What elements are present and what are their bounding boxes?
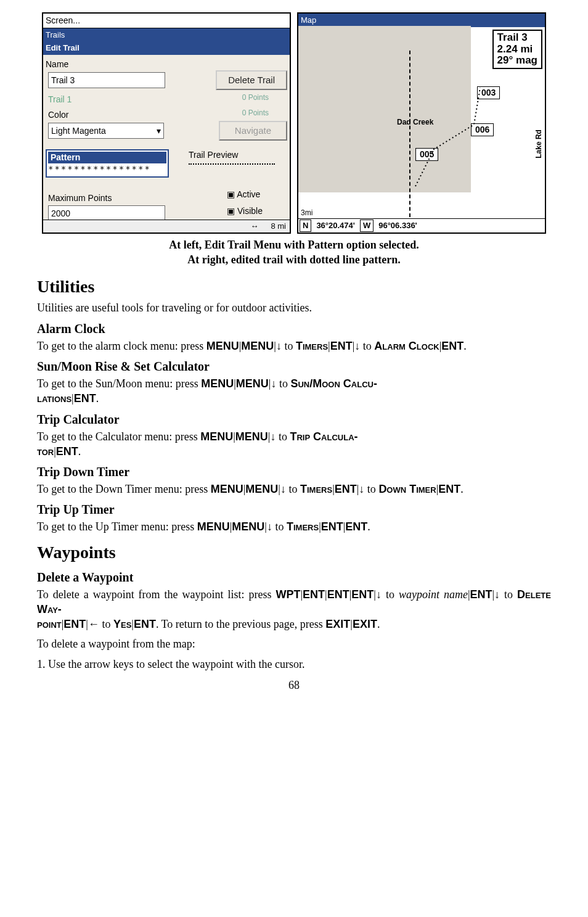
trip-up-heading: Trip Up Timer: [37, 501, 551, 518]
navigate-button[interactable]: Navigate: [219, 121, 287, 141]
edit-trail-panel: Screen... Trails Edit Trail Name Trail 3…: [42, 12, 291, 234]
page-number: 68: [37, 678, 551, 693]
figure-caption: At left, Edit Trail Menu with Pattern op…: [37, 237, 551, 268]
pattern-label: Pattern: [48, 152, 166, 163]
sunmoon-heading: Sun/Moon Rise & Set Calculator: [37, 358, 551, 375]
trail-path: [409, 69, 508, 192]
chevron-down-icon: ▾: [157, 125, 161, 137]
delete-waypoint-text2: To delete a waypoint from the map:: [37, 636, 551, 651]
edit-trail-bar: Edit Trail: [43, 41, 290, 55]
arrows-icon: ↔: [250, 221, 258, 232]
visible-checkbox[interactable]: ▣ Visible: [227, 205, 263, 217]
trail-preview-label: Trail Preview: [189, 149, 275, 161]
ghost-trail: Trail 1: [46, 94, 74, 105]
ghost-points2: 0 Points: [242, 108, 287, 118]
pattern-section: Pattern ****************: [46, 149, 169, 178]
color-select[interactable]: Light Magenta ▾: [48, 123, 164, 139]
name-label: Name: [43, 59, 290, 70]
pattern-value[interactable]: ****************: [48, 163, 166, 175]
trip-up-text: To get to the Up Timer menu: press MENU|…: [37, 519, 551, 534]
utilities-heading: Utilities: [37, 275, 551, 298]
coord-w: W: [360, 220, 374, 232]
trail-info-box: Trail 3 2.24 mi 29° mag: [492, 30, 542, 69]
utilities-text: Utilities are useful tools for traveling…: [37, 300, 551, 315]
alarm-clock-text: To get to the alarm clock menu: press ME…: [37, 339, 551, 353]
color-value: Light Magenta: [51, 125, 106, 137]
trail-preview-line: [189, 163, 275, 165]
delete-waypoint-step1: 1. Use the arrow keys to select the wayp…: [37, 657, 551, 672]
sunmoon-text: To get to the Sun/Moon menu: press MENU|…: [37, 376, 551, 406]
max-points-label: Maximum Points: [46, 192, 168, 204]
coord-lat: 36°20.474': [311, 220, 360, 231]
info-bearing: 29° mag: [497, 54, 537, 66]
map-panel: Map Trail 3 2.24 mi 29° mag Dad Creek La…: [297, 12, 546, 234]
info-dist: 2.24 mi: [497, 43, 533, 55]
trip-calc-text: To get to the Calculator menu: press MEN…: [37, 429, 551, 459]
trip-calc-heading: Trip Calculator: [37, 411, 551, 428]
name-input[interactable]: Trail 3: [48, 72, 165, 89]
trip-down-text: To get to the Down Timer menu: press MEN…: [37, 482, 551, 496]
figure-row: Screen... Trails Edit Trail Name Trail 3…: [37, 12, 551, 234]
waypoints-heading: Waypoints: [37, 541, 551, 564]
active-checkbox[interactable]: ▣ Active: [227, 189, 263, 200]
trails-bar: Trails: [43, 28, 290, 42]
window-title: Screen...: [43, 14, 290, 28]
ghost-points: 0 Points: [242, 93, 287, 102]
alarm-clock-heading: Alarm Clock: [37, 321, 551, 337]
info-trail: Trail 3: [497, 31, 528, 43]
coord-lon: 96°06.336': [374, 220, 422, 231]
scale-label: 8 mi: [271, 221, 286, 232]
delete-trail-button[interactable]: Delete Trail: [216, 70, 287, 90]
lake-rd-label: Lake Rd: [534, 130, 544, 158]
color-label: Color: [46, 109, 71, 121]
trip-down-heading: Trip Down Timer: [37, 464, 551, 480]
map-title: Map: [298, 14, 545, 27]
delete-waypoint-text1: To delete a waypoint from the waypoint l…: [37, 587, 551, 632]
map-scale: 3mi: [301, 208, 312, 218]
delete-waypoint-heading: Delete a Waypoint: [37, 569, 551, 586]
coord-n: N: [300, 220, 311, 232]
